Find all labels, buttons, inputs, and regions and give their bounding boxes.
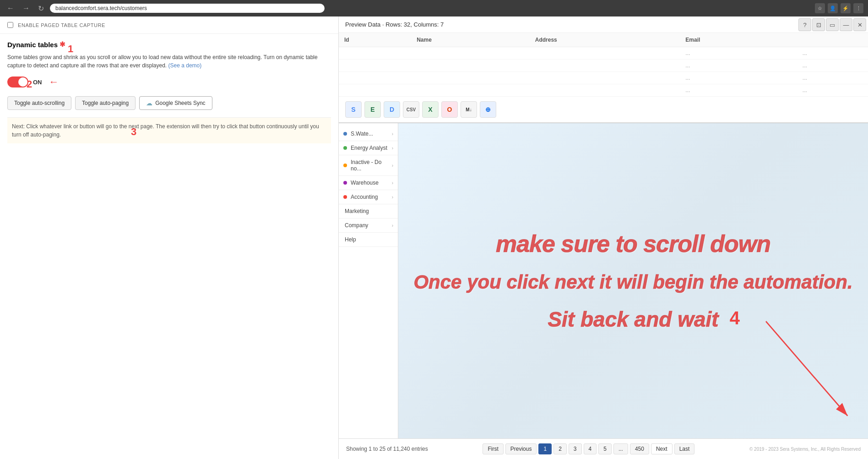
page-ellipsis: ... [613,443,628,454]
annotation-4: 4 [730,308,740,328]
chevron-icon: › [392,131,393,137]
grid-corner-btn[interactable]: ⊡ [812,18,825,31]
export-excel[interactable]: X [422,101,439,118]
arrow-left-annotation: ← [49,76,59,88]
main-container: ENABLE PAGED TABLE CAPTURE 1 Dynamic tab… [0,16,868,459]
sidebar-item-energy[interactable]: Energy Analyst › [339,141,398,155]
menu-icon[interactable]: ⋮ [853,3,863,13]
sidebar-item-swate[interactable]: S.Wate... › [339,127,398,141]
enable-paged-row: ENABLE PAGED TABLE CAPTURE [0,16,338,34]
export-markdown[interactable]: M↓ [461,101,477,118]
toggle-knob [18,77,27,87]
close-corner-btn[interactable]: ✕ [853,18,866,31]
overlay-text-click: Once you click next it will begin the au… [413,271,852,293]
sidebar-item-label: Accounting [351,194,392,200]
next-page-btn[interactable]: Next [651,443,673,454]
export-office[interactable]: O [441,101,458,118]
page-2-btn[interactable]: 2 [553,443,567,454]
profile-icon[interactable]: 👤 [828,3,838,13]
export-csv[interactable]: CSV [403,101,419,118]
col-address: Address [530,33,680,47]
sidebar-item-help[interactable]: Help [339,233,398,247]
see-demo-link[interactable]: (See a demo) [168,62,202,69]
browser-chrome: ← → ↻ balancedcomfort.sera.tech/customer… [0,0,868,16]
overlay-container: make sure to scroll down Once you click … [398,123,868,438]
table-row: ...... [339,84,868,97]
sidebar-item-label: Help [345,236,393,243]
sidebar-item-label: Marketing [345,208,393,214]
copyright-text: © 2019 - 2023 Sera Systems, Inc., All Ri… [749,447,861,452]
chevron-icon: › [392,223,393,228]
dynamic-tables-section: 1 Dynamic tables ✱ Some tables grow and … [0,34,338,459]
google-sheets-sync-btn[interactable]: ☁ Google Sheets Sync [139,96,212,110]
browser-toolbar: ☆ 👤 ⚡ ⋮ [815,3,863,13]
sidebar-item-marketing[interactable]: Marketing [339,204,398,219]
dot-icon [343,195,347,199]
toggle-auto-scrolling-btn[interactable]: Toggle auto-scrolling [7,96,71,110]
sidebar-item-label: Company [345,222,392,229]
sidebar-item-label: Inactive - Do no... [351,159,392,172]
dot-icon [343,132,347,136]
extensions-icon[interactable]: ⚡ [841,3,851,13]
toggle-auto-paging-btn[interactable]: Toggle auto-paging [75,96,136,110]
enable-paged-checkbox[interactable] [7,22,13,28]
sidebar-item-warehouse[interactable]: Warehouse › [339,176,398,190]
page-5-btn[interactable]: 5 [598,443,612,454]
table-row: ...... [339,72,868,84]
sidebar: S.Wate... › Energy Analyst › Inactive - … [339,123,398,438]
toggle-state-label: ON [33,79,42,86]
chevron-icon: › [392,180,393,186]
dot-icon [343,164,347,167]
page-1-btn[interactable]: 1 [538,443,552,454]
table-row: ...... [339,47,868,60]
overlay-text-wait: Sit back and wait [548,307,718,332]
chevron-icon: › [392,195,393,200]
preview-table: Id Name Address Email ...... ...... [339,33,868,97]
help-corner-btn[interactable]: ? [798,18,811,31]
dynamic-tables-text: Dynamic tables [7,41,58,49]
col-email: Email [680,33,797,47]
export-google-sheets[interactable]: S [345,101,362,118]
last-page-btn[interactable]: Last [674,443,695,454]
reload-button[interactable]: ↻ [36,3,46,14]
previous-page-btn[interactable]: Previous [505,443,537,454]
dot-icon [343,181,347,185]
first-page-btn[interactable]: First [483,443,503,454]
export-google-docs[interactable]: D [384,101,400,118]
forward-button[interactable]: → [20,3,32,13]
export-share[interactable]: ⊕ [480,101,496,118]
instruction-text: Next: Click whatever link or button will… [7,117,331,143]
back-button[interactable]: ← [5,3,16,13]
dynamic-tables-toggle[interactable] [7,76,28,87]
chevron-icon: › [392,163,393,168]
sidebar-item-label: S.Wate... [351,131,392,137]
chevron-icon: › [392,146,393,151]
sidebar-item-label: Energy Analyst [351,145,392,151]
minimize-corner-btn[interactable]: — [840,18,852,31]
extension-panel: ENABLE PAGED TABLE CAPTURE 1 Dynamic tab… [0,16,339,459]
overlay-text-scroll: make sure to scroll down [496,230,770,257]
export-actions: S E D CSV X O M↓ ⊕ [339,97,868,122]
sidebar-item-accounting[interactable]: Accounting › [339,190,398,204]
page-450-btn[interactable]: 450 [630,443,649,454]
dot-icon [343,146,347,150]
url-bar[interactable]: balancedcomfort.sera.tech/customers [50,4,325,13]
page-3-btn[interactable]: 3 [569,443,582,454]
expand-corner-btn[interactable]: ▭ [826,18,839,31]
enable-paged-label: ENABLE PAGED TABLE CAPTURE [18,22,105,28]
export-excel-green[interactable]: E [364,101,381,118]
sidebar-item-company[interactable]: Company › [339,219,398,233]
showing-text: Showing 1 to 25 of 11,240 entries [346,446,428,452]
table-row: ...... [339,60,868,72]
required-asterisk: ✱ [60,40,65,49]
arrow-annotation-svg [398,123,868,438]
page-4-btn[interactable]: 4 [584,443,597,454]
col-name: Name [411,33,530,47]
col-id: Id [339,33,411,47]
toggle-row: 2 ON ← [7,76,331,88]
sidebar-item-inactive[interactable]: Inactive - Do no... › [339,155,398,176]
bookmark-icon[interactable]: ☆ [815,3,825,13]
page-footer: Showing 1 to 25 of 11,240 entries First … [339,438,868,459]
content-area: S.Wate... › Energy Analyst › Inactive - … [339,123,868,438]
pagination: First Previous 1 2 3 4 5 ... 450 Next La… [483,443,694,454]
